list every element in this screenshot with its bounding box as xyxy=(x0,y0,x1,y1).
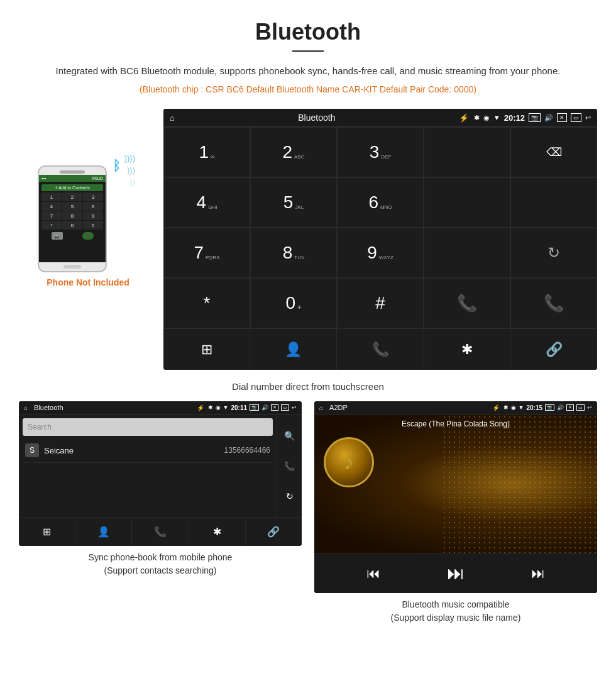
key-2[interactable]: 2ABC xyxy=(250,127,337,177)
key-9[interactable]: 9WXYZ xyxy=(337,228,424,278)
music-inner: Escape (The Pina Colada Song) ♪ xyxy=(314,414,597,553)
key-8[interactable]: 8TUV xyxy=(250,228,337,278)
toolbar-phone-button[interactable]: 📞 xyxy=(337,329,424,370)
mus-home-icon[interactable]: ⌂ xyxy=(319,404,323,411)
mus-usb-icon: ⚡ xyxy=(492,404,500,411)
contact-row[interactable]: S Seicane 13566664466 xyxy=(23,438,273,463)
pb-home-icon[interactable]: ⌂ xyxy=(24,404,28,411)
volume-icon: 🔊 xyxy=(544,114,553,122)
dialer-toolbar: ⊞ 👤 📞 ✱ 🔗 xyxy=(163,328,597,370)
play-pause-button[interactable]: ⏭ xyxy=(447,563,465,584)
phone-status-bar: •••M320 xyxy=(39,175,106,182)
phone-area: )))) ))) )) ᛒ •••M320 + Add to Contacts … xyxy=(19,109,157,287)
phone-home-button xyxy=(63,265,81,269)
key-star[interactable]: * xyxy=(163,278,250,328)
pb-bt-btn[interactable]: ✱ xyxy=(189,518,246,546)
pb-usb-icon: ⚡ xyxy=(197,404,204,411)
next-button[interactable]: ⏭ xyxy=(531,565,545,582)
signal-icon: ▼ xyxy=(493,114,500,121)
backspace-key[interactable]: ⌫ xyxy=(510,127,597,177)
pb-link-btn[interactable]: 🔗 xyxy=(246,518,302,546)
prev-button[interactable]: ⏮ xyxy=(366,565,380,582)
location-icon: ◉ xyxy=(483,114,490,122)
main-caption: Dial number direct from touchscreen xyxy=(0,376,616,401)
pb-location-icon: ◉ xyxy=(216,404,221,411)
pb-vol-icon: 🔊 xyxy=(261,404,268,411)
key-1[interactable]: 1∞ xyxy=(163,127,250,177)
key-5[interactable]: 5JKL xyxy=(250,177,337,228)
key-6[interactable]: 6MNO xyxy=(337,177,424,228)
bottom-screenshots: ⌂ Bluetooth ⚡ ✱ ◉ ▼ 20:11 📷 🔊 ✕ ▭ ↩ xyxy=(0,401,616,627)
phone-not-included-label: Phone Not Included xyxy=(47,277,129,287)
mus-rect-icon: ▭ xyxy=(576,404,585,411)
refresh-side-icon[interactable]: ↻ xyxy=(286,491,294,501)
mus-x-icon: ✕ xyxy=(566,404,574,411)
phonebook-screenshot: ⌂ Bluetooth ⚡ ✱ ◉ ▼ 20:11 📷 🔊 ✕ ▭ ↩ xyxy=(19,401,302,627)
music-content: Escape (The Pina Colada Song) ♪ xyxy=(314,414,597,553)
toolbar-contacts-button[interactable]: 👤 xyxy=(250,329,337,370)
music-controls: ⏮ ⏭ ⏭ xyxy=(314,553,597,593)
pb-phone-btn[interactable]: 📞 xyxy=(132,518,189,546)
back-icon: ↩ xyxy=(585,114,591,122)
key-empty-4 xyxy=(424,228,510,278)
phone-call-btn: 📞 xyxy=(82,232,94,240)
contact-name: Seicane xyxy=(44,446,224,455)
key-7[interactable]: 7PQRS xyxy=(163,228,250,278)
time-display: 20:12 xyxy=(504,113,525,123)
mus-bt-icon: ✱ xyxy=(503,404,509,411)
main-section: )))) ))) )) ᛒ •••M320 + Add to Contacts … xyxy=(0,109,616,370)
call-red-button[interactable]: 📞 xyxy=(510,278,597,328)
screen-title: Bluetooth xyxy=(180,113,454,123)
phone-action-row: 📷 📞 xyxy=(41,231,103,240)
mus-back-icon: ↩ xyxy=(587,404,592,411)
phonebook-layout: Search S Seicane 13566664466 🔍 📞 ↻ xyxy=(19,414,302,517)
refresh-key[interactable]: ↻ xyxy=(510,228,597,278)
phonebook-content: Search S Seicane 13566664466 xyxy=(19,414,277,517)
pb-bt-icon: ✱ xyxy=(208,404,213,411)
call-side-icon[interactable]: 📞 xyxy=(284,461,295,471)
key-empty-1 xyxy=(424,127,510,177)
music-caption-line1: Bluetooth music compatible xyxy=(317,598,594,611)
key-hash[interactable]: # xyxy=(337,278,424,328)
pb-grid-btn[interactable]: ⊞ xyxy=(19,518,75,546)
pb-cam-icon: 📷 xyxy=(250,404,259,411)
toolbar-bluetooth-button[interactable]: ✱ xyxy=(424,329,511,370)
x-icon: ✕ xyxy=(557,113,567,122)
pb-signal-icon: ▼ xyxy=(223,404,229,411)
phonebook-side-icons: 🔍 📞 ↻ xyxy=(277,414,302,517)
page-header: Bluetooth Integrated with BC6 Bluetooth … xyxy=(0,0,616,109)
phonebook-status-bar: ⌂ Bluetooth ⚡ ✱ ◉ ▼ 20:11 📷 🔊 ✕ ▭ ↩ xyxy=(19,401,302,414)
search-side-icon[interactable]: 🔍 xyxy=(284,431,295,441)
phonebook-empty-space xyxy=(23,463,273,513)
phone-speaker xyxy=(60,170,85,174)
dialer-grid: 1∞ 2ABC 3DEF ⌫ 4GHI 5JKL 6MNO 7PQRS 8TUV… xyxy=(163,127,597,328)
mus-vol-icon: 🔊 xyxy=(557,404,564,411)
search-bar[interactable]: Search xyxy=(23,418,273,436)
phonebook-screen: ⌂ Bluetooth ⚡ ✱ ◉ ▼ 20:11 📷 🔊 ✕ ▭ ↩ xyxy=(19,401,302,546)
toolbar-link-button[interactable]: 🔗 xyxy=(511,329,597,370)
key-4[interactable]: 4GHI xyxy=(163,177,250,228)
pb-time: 20:11 xyxy=(231,404,247,411)
phone-illustration: )))) ))) )) ᛒ •••M320 + Add to Contacts … xyxy=(38,147,138,272)
key-3[interactable]: 3DEF xyxy=(337,127,424,177)
call-green-button[interactable]: 📞 xyxy=(424,278,510,328)
phone-screen-area: + Add to Contacts 1 2 3 4 5 6 7 8 9 * 0 … xyxy=(39,182,106,262)
pb-user-btn[interactable]: 👤 xyxy=(75,518,132,546)
bt-waves-icon: )))) ))) )) xyxy=(124,153,135,187)
phonebook-main: Search S Seicane 13566664466 xyxy=(19,414,277,517)
music-screen: ⌂ A2DP ⚡ ✱ ◉ ▼ 20:15 📷 🔊 ✕ ▭ ↩ xyxy=(314,401,597,593)
phonebook-caption: Sync phone-book from mobile phone (Suppo… xyxy=(19,546,302,580)
mus-title: A2DP xyxy=(329,404,488,411)
phonebook-toolbar: ⊞ 👤 📞 ✱ 🔗 xyxy=(19,517,302,546)
contact-number: 13566664466 xyxy=(224,446,270,455)
phonebook-caption-line1: Sync phone-book from mobile phone xyxy=(22,551,299,564)
pb-right-icons: ✱ ◉ ▼ 20:11 📷 🔊 ✕ ▭ ↩ xyxy=(208,404,297,411)
key-0[interactable]: 0+ xyxy=(250,278,337,328)
dialer-status-bar: ⌂ Bluetooth ⚡ ✱ ◉ ▼ 20:12 📷 🔊 ✕ ▭ ↩ xyxy=(163,109,597,127)
car-screen-dialer: ⌂ Bluetooth ⚡ ✱ ◉ ▼ 20:12 📷 🔊 ✕ ▭ ↩ 1∞ 2… xyxy=(163,109,597,370)
home-icon[interactable]: ⌂ xyxy=(170,113,175,123)
toolbar-grid-button[interactable]: ⊞ xyxy=(163,329,250,370)
bt-status-icon: ✱ xyxy=(474,114,480,122)
add-contacts-btn: + Add to Contacts xyxy=(41,184,103,191)
mus-signal-icon: ▼ xyxy=(519,404,524,411)
